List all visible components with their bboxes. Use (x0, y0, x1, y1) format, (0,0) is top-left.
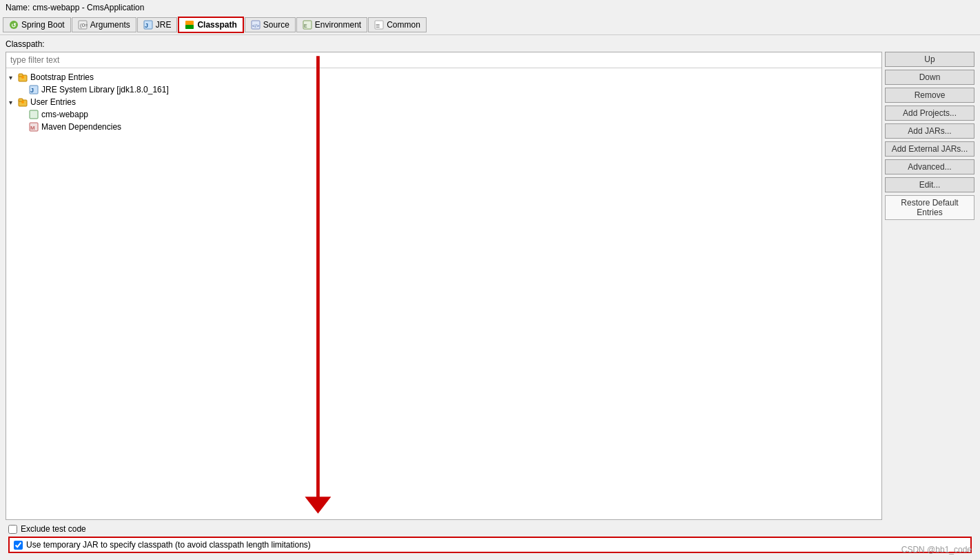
svg-text:M: M (30, 125, 35, 131)
svg-rect-22 (30, 110, 38, 119)
buttons-panel: Up Down Remove Add Projects... Add JARs.… (885, 52, 974, 520)
add-jars-button[interactable]: Add JARs... (885, 123, 974, 139)
advanced-button[interactable]: Advanced... (885, 159, 974, 174)
project-icon (28, 109, 39, 120)
springboot-icon: ↺ (9, 20, 19, 30)
temp-jar-row: Use temporary JAR to specify classpath (… (8, 537, 972, 553)
tab-environment[interactable]: E Environment (296, 17, 367, 32)
args-icon: (0= (78, 20, 88, 30)
jre-library-label: JRE System Library [jdk1.8.0_161] (41, 85, 169, 94)
name-value: cms-webapp - CmsApplication (32, 3, 144, 12)
user-entries-icon (17, 97, 28, 108)
bottom-area: Exclude test code Use temporary JAR to s… (6, 520, 974, 556)
chevron-down-icon: ▾ (9, 74, 17, 81)
cms-webapp-label: cms-webapp (41, 110, 88, 119)
classpath-icon (185, 20, 194, 30)
bootstrap-entries-label: Bootstrap Entries (30, 72, 94, 82)
tab-environment-label: Environment (315, 20, 361, 30)
user-entries-label: User Entries (30, 97, 76, 107)
watermark: CSDN @bb1_code (901, 545, 972, 554)
tab-source[interactable]: </> Source (245, 17, 296, 32)
temp-jar-label: Use temporary JAR to specify classpath (… (26, 540, 311, 550)
tab-spring-boot-label: Spring Boot (21, 20, 65, 30)
name-label: Name: (6, 3, 30, 12)
classpath-folder-icon (17, 72, 28, 83)
down-button[interactable]: Down (885, 70, 974, 85)
tab-source-label: Source (263, 20, 289, 30)
jre-library-icon: J (28, 84, 39, 95)
title-row: Name: cms-webapp - CmsApplication (0, 0, 980, 15)
tab-arguments[interactable]: (0= Arguments (72, 17, 136, 32)
filter-input[interactable] (6, 52, 881, 68)
content-area: Classpath: ▾ Bootstrap Entries (0, 35, 980, 560)
add-external-jars-button[interactable]: Add External JARs... (885, 141, 974, 157)
tab-spring-boot[interactable]: ↺ Spring Boot (3, 17, 71, 32)
main-wrapper: ▾ Bootstrap Entries J JR (6, 52, 974, 556)
tab-jre[interactable]: J JRE (137, 17, 178, 32)
restore-default-button[interactable]: Restore Default Entries (885, 195, 974, 220)
svg-point-21 (21, 101, 24, 103)
remove-button[interactable]: Remove (885, 88, 974, 103)
maven-deps-item[interactable]: M Maven Dependencies (6, 121, 881, 133)
tab-common-label: Common (387, 20, 420, 30)
main-window: Name: cms-webapp - CmsApplication ↺ Spri… (0, 0, 980, 560)
tabs-row: ↺ Spring Boot (0= Arguments J JRE Classp… (0, 15, 980, 35)
main-panel: ▾ Bootstrap Entries J JR (6, 52, 974, 520)
common-icon: ☰ (374, 20, 384, 30)
temp-jar-checkbox[interactable] (14, 541, 23, 550)
user-entries-group[interactable]: ▾ User Entries (6, 96, 881, 108)
maven-deps-label: Maven Dependencies (41, 122, 121, 132)
jre-library-item[interactable]: J JRE System Library [jdk1.8.0_161] (6, 83, 881, 96)
exclude-test-label: Exclude test code (21, 524, 86, 534)
tab-classpath[interactable]: Classpath (178, 17, 243, 33)
tree-panel: ▾ Bootstrap Entries J JR (6, 52, 882, 520)
tab-common[interactable]: ☰ Common (368, 17, 427, 32)
bootstrap-entries-group[interactable]: ▾ Bootstrap Entries (6, 71, 881, 83)
tab-jre-label: JRE (156, 20, 172, 30)
cms-webapp-item[interactable]: cms-webapp (6, 108, 881, 121)
tab-classpath-label: Classpath (197, 20, 236, 30)
svg-rect-7 (185, 25, 194, 29)
add-projects-button[interactable]: Add Projects... (885, 106, 974, 121)
svg-text:J: J (145, 22, 148, 29)
chevron-down-icon-2: ▾ (9, 99, 17, 106)
exclude-test-row: Exclude test code (8, 524, 972, 534)
environment-icon: E (303, 20, 312, 30)
svg-text:☰: ☰ (376, 23, 380, 28)
maven-icon: M (28, 121, 39, 132)
svg-text:(0=: (0= (80, 22, 88, 28)
svg-text:↺: ↺ (11, 22, 17, 29)
tree-content: ▾ Bootstrap Entries J JR (6, 68, 881, 519)
classpath-label: Classpath: (6, 39, 974, 49)
exclude-test-checkbox[interactable] (8, 525, 17, 534)
svg-text:</>: </> (252, 23, 259, 28)
edit-button[interactable]: Edit... (885, 177, 974, 192)
tab-arguments-label: Arguments (90, 20, 130, 30)
svg-text:J: J (30, 87, 34, 94)
svg-text:E: E (304, 23, 307, 28)
up-button[interactable]: Up (885, 52, 974, 67)
source-icon: </> (251, 20, 261, 30)
jre-icon: J (143, 20, 153, 30)
svg-point-16 (21, 76, 24, 79)
